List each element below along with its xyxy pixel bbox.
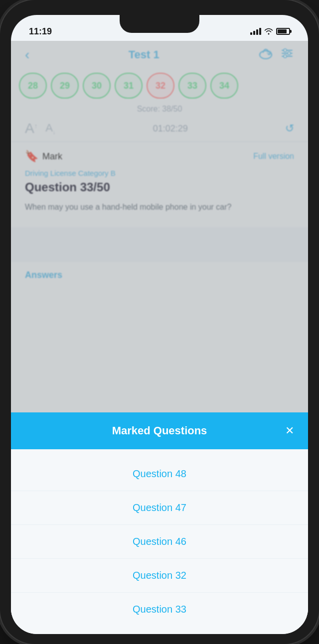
modal-close-button[interactable]: ✕ — [285, 425, 294, 436]
battery-icon — [276, 28, 290, 35]
notch — [120, 15, 199, 33]
marked-question-item-1[interactable]: Question 47 — [11, 491, 308, 525]
marked-question-item-4[interactable]: Question 33 — [11, 593, 308, 626]
signal-icon — [250, 28, 261, 35]
modal-body: Question 48 Question 47 Question 46 Ques… — [11, 449, 308, 634]
status-icons — [250, 28, 290, 35]
phone-screen: 11:19 — [11, 15, 308, 634]
modal-header: Marked Questions ✕ — [11, 412, 308, 449]
status-time: 11:19 — [29, 26, 52, 37]
modal-title: Marked Questions — [112, 424, 207, 437]
wifi-icon — [264, 28, 273, 35]
screen-content: ‹ Test 1 — [11, 41, 308, 634]
marked-question-item-0[interactable]: Question 48 — [11, 457, 308, 491]
phone-shell: 11:19 — [0, 0, 319, 644]
marked-question-item-2[interactable]: Question 46 — [11, 525, 308, 559]
marked-questions-modal: Marked Questions ✕ Question 48 Question … — [11, 412, 308, 634]
marked-question-item-3[interactable]: Question 32 — [11, 559, 308, 593]
